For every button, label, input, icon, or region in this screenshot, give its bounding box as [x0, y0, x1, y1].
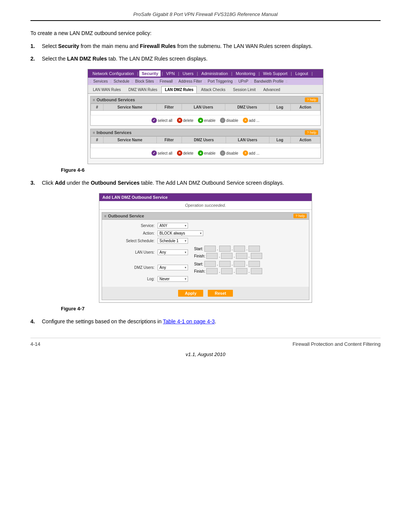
figure-1-screenshot: Network Configuration | Security | VPN |… — [88, 69, 323, 164]
apply-button[interactable]: Apply — [178, 290, 204, 297]
nav-logout[interactable]: Logout — [293, 70, 311, 77]
nav-security[interactable]: Security — [139, 70, 160, 77]
action-row: Action: BLOCK always — [108, 230, 303, 236]
tab-session-limit[interactable]: Session Limit — [229, 86, 259, 93]
lan-users-row: LAN Users: Any Start: . . . — [108, 246, 303, 259]
dmz-start-ip2[interactable] — [219, 261, 231, 267]
nav-vpn[interactable]: VPN — [164, 70, 177, 77]
inbound-col-lan-users: LAN Users — [226, 137, 269, 144]
dmz-finish-ip1[interactable] — [206, 268, 218, 274]
nav-network-config[interactable]: Network Configuration — [90, 70, 136, 77]
outbound-table: # Service Name Filter LAN Users DMZ User… — [91, 104, 320, 115]
inbound-disable-icon: ○ — [220, 150, 225, 156]
service-select[interactable]: ANY — [158, 223, 188, 228]
outbound-table-wrapper: # Service Name Filter LAN Users DMZ User… — [91, 104, 320, 125]
inbound-disable-btn[interactable]: ○ disable — [219, 150, 239, 156]
nav-web-support[interactable]: Web Support — [261, 70, 290, 77]
outbound-disable-btn[interactable]: ○ disable — [219, 117, 239, 123]
dmz-users-select[interactable]: Any — [158, 265, 188, 270]
lan-users-select[interactable]: Any — [158, 249, 188, 255]
step-4-num: 4. — [30, 318, 42, 326]
outbound-action-row: ✓ select all ✕ delete ● enable ○ — [91, 115, 320, 125]
lan-start-ip2[interactable] — [219, 246, 231, 252]
dmz-start-ip3[interactable] — [234, 261, 245, 267]
inbound-delete-btn[interactable]: ✕ delete — [176, 150, 194, 156]
outbound-enable-btn[interactable]: ● enable — [197, 117, 217, 123]
nav-monitoring[interactable]: Monitoring — [233, 70, 257, 77]
action-control: BLOCK always — [158, 230, 203, 236]
reset-button[interactable]: Reset — [208, 290, 233, 297]
lan-start-ip3[interactable] — [234, 246, 245, 252]
dmz-start-ip4[interactable] — [249, 261, 260, 267]
select-icon: ✓ — [151, 118, 157, 123]
schedule-select[interactable]: Schedule 1 — [158, 238, 188, 244]
inbound-add-btn[interactable]: + add ... — [242, 150, 261, 156]
dmz-finish-row: Finish: . . . — [194, 268, 262, 274]
step-1: 1. Select Security from the main menu an… — [30, 42, 381, 50]
success-message: Operation succeeded. — [99, 201, 312, 210]
tab-advanced[interactable]: Advanced — [260, 86, 284, 93]
tab-lan-wan-rules[interactable]: LAN WAN Rules — [89, 86, 124, 93]
subnav-bandwidth-profile[interactable]: Bandwidth Profile — [253, 79, 285, 84]
action-select[interactable]: BLOCK always — [158, 230, 203, 236]
enable-icon: ● — [198, 118, 203, 123]
subnav-port-triggering[interactable]: Port Triggering — [206, 79, 234, 84]
lan-finish-ip1[interactable] — [206, 253, 218, 259]
figure-2-screenshot: Add LAN DMZ Outbound Service Operation s… — [99, 193, 312, 303]
tab-dmz-wan-rules[interactable]: DMZ WAN Rules — [125, 86, 161, 93]
inbound-select-all-btn[interactable]: ✓ select all — [150, 150, 174, 156]
inbound-help-btn[interactable]: ? help — [305, 130, 318, 135]
nav-administration[interactable]: Administration — [199, 70, 230, 77]
subnav-schedule[interactable]: Schedule — [112, 79, 131, 84]
subnav-block-sites[interactable]: Block Sites — [134, 79, 155, 84]
nav-users[interactable]: Users — [180, 70, 196, 77]
service-row: Service: ANY — [108, 223, 303, 228]
lan-finish-ip2[interactable] — [221, 253, 233, 259]
outbound-delete-btn[interactable]: ✕ delete — [176, 117, 194, 123]
lan-finish-ip3[interactable] — [236, 253, 247, 259]
form-header: Add LAN DMZ Outbound Service — [99, 193, 312, 201]
tab-attack-checks[interactable]: Attack Checks — [198, 86, 229, 93]
inbound-enable-btn[interactable]: ● enable — [197, 150, 217, 156]
step-1-text: Select Security from the main menu and F… — [42, 42, 381, 50]
log-label: Log: — [108, 277, 158, 281]
lan-start-ip4[interactable] — [249, 246, 260, 252]
lan-finish-ip4[interactable] — [251, 253, 262, 259]
outbound-col-num: # — [91, 104, 104, 111]
dmz-finish-ip2[interactable] — [221, 268, 233, 274]
form-section-title: ≡ Outbound Service — [104, 214, 144, 218]
subnav-firewall[interactable]: Firewall — [158, 79, 174, 84]
service-control: ANY — [158, 223, 188, 228]
step-2: 2. Select the LAN DMZ Rules tab. The LAN… — [30, 55, 381, 63]
outbound-empty-row — [91, 111, 320, 115]
inbound-table: # Service Name Filter DMZ Users LAN User… — [91, 136, 320, 148]
step-3-text: Click Add under the Outbound Services ta… — [42, 179, 381, 187]
outbound-header: ≡ Outbound Services ? help — [91, 96, 320, 104]
outbound-help-btn[interactable]: ? help — [305, 97, 318, 102]
lan-start-row: Start: . . . — [194, 246, 262, 252]
inbound-section: ≡ Inbound Services ? help # Service Name… — [90, 129, 321, 158]
subnav-upnp[interactable]: UPnP — [237, 79, 250, 84]
ui-content: ≡ Outbound Services ? help # Service Nam… — [88, 94, 323, 164]
page-footer: 4-14 Firewall Protection and Content Fil… — [30, 338, 381, 347]
subnav-address-filter[interactable]: Address Filter — [177, 79, 204, 84]
lan-start-ip1[interactable] — [204, 246, 216, 252]
dmz-finish-ip4[interactable] — [251, 268, 262, 274]
table-link[interactable]: Table 4-1 on page 4-3 — [163, 318, 215, 324]
footer-section-title: Firewall Protection and Content Filterin… — [293, 341, 381, 347]
inbound-table-wrapper: # Service Name Filter DMZ Users LAN User… — [91, 136, 320, 158]
dmz-users-control: Any Start: . . . Finish: . — [158, 261, 262, 274]
dmz-start-ip1[interactable] — [204, 261, 216, 267]
log-select[interactable]: Never — [158, 276, 188, 282]
tab-lan-dmz-rules[interactable]: LAN DMZ Rules — [161, 86, 197, 93]
subnav-services[interactable]: Services — [92, 79, 109, 84]
dmz-start-label: Start: — [194, 262, 203, 266]
outbound-select-all-btn[interactable]: ✓ select all — [150, 117, 174, 123]
outbound-add-btn[interactable]: + add ... — [242, 117, 261, 123]
step-4: 4. Configure the settings based on the d… — [30, 318, 381, 326]
form-section: ≡ Outbound Service ? help Service: ANY A… — [102, 212, 309, 300]
dmz-finish-ip3[interactable] — [236, 268, 247, 274]
inbound-action-row: ✓ select all ✕ delete ● enable ○ — [91, 148, 320, 158]
form-help-btn[interactable]: ? help — [293, 214, 307, 218]
delete-icon: ✕ — [177, 118, 182, 123]
